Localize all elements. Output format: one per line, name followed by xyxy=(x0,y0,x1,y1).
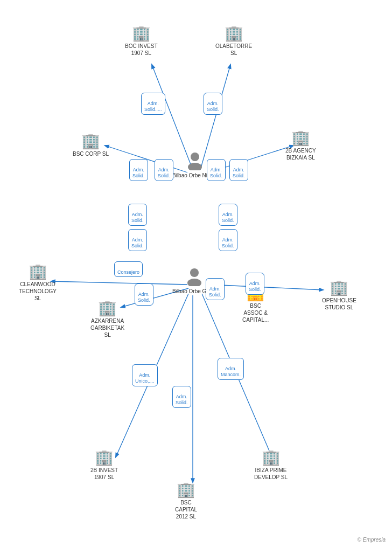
diagram-container: 🏢 BOC INVEST 1907 SL 🏢 OLABETORRE SL 🏢 B… xyxy=(0,0,392,547)
role-badge-r13[interactable]: Adm. Solid. xyxy=(206,278,225,300)
label-2b-invest: 2B INVEST 1907 SL xyxy=(90,467,118,481)
svg-point-13 xyxy=(187,279,201,286)
label-bsc-capital: BSC CAPITAL 2012 SL xyxy=(175,499,197,520)
svg-point-11 xyxy=(188,163,202,170)
svg-line-4 xyxy=(51,281,187,285)
role-badge-r6[interactable]: Adm. Solid. xyxy=(229,159,248,181)
building-icon-bsc-capital: 🏢 xyxy=(177,482,195,497)
copyright-text: © Empresia xyxy=(358,537,386,543)
role-badge-r5[interactable]: Adm. Solid. xyxy=(207,159,226,181)
node-cleanwood[interactable]: 🏢 CLEANWOOD TECHNOLOGY SL xyxy=(19,264,57,302)
svg-point-10 xyxy=(191,153,199,161)
building-icon-olabetorre: 🏢 xyxy=(225,26,243,41)
node-ibiza-prime[interactable]: 🏢 IBIZA PRIME DEVELOP SL xyxy=(254,450,288,481)
role-badge-r12[interactable]: Adm. Solid. xyxy=(135,283,153,306)
label-bsc-assoc: BSC ASSOC & CAPITAL... xyxy=(242,302,269,323)
role-badge-r14[interactable]: Adm. Solid. xyxy=(246,273,264,295)
label-boc-invest: BOC INVEST 1907 SL xyxy=(125,43,158,57)
role-badge-r4[interactable]: Adm. Solid. xyxy=(155,159,173,181)
role-badge-r9[interactable]: Adm. Solid. xyxy=(219,204,237,226)
node-olabetorre[interactable]: 🏢 OLABETORRE SL xyxy=(215,26,252,57)
label-ibiza-prime: IBIZA PRIME DEVELOP SL xyxy=(254,467,288,481)
role-badge-r10[interactable]: Adm. Solid. xyxy=(219,229,237,251)
node-2b-invest[interactable]: 🏢 2B INVEST 1907 SL xyxy=(90,450,118,481)
node-bsc-capital[interactable]: 🏢 BSC CAPITAL 2012 SL xyxy=(175,482,197,520)
node-openhouse[interactable]: 🏢 OPENHOUSE STUDIO SL xyxy=(322,280,356,311)
building-icon-cleanwood: 🏢 xyxy=(29,264,47,279)
node-azkarrena[interactable]: 🏢 AZKARRENA GARBIKETAK SL xyxy=(90,301,124,338)
role-badge-r2[interactable]: Adm. Solid. xyxy=(204,93,222,115)
role-badge-r17[interactable]: Adm. Mancom. xyxy=(218,358,244,380)
building-icon-2b-invest: 🏢 xyxy=(95,450,114,465)
person-icon-gixon xyxy=(185,267,204,286)
svg-point-12 xyxy=(190,268,199,277)
building-icon-azkarrena: 🏢 xyxy=(98,301,117,316)
label-bsc-corp: BSC CORP SL xyxy=(73,150,109,157)
node-bsc-corp[interactable]: 🏢 BSC CORP SL xyxy=(73,134,109,157)
building-icon-boc-invest: 🏢 xyxy=(132,26,151,41)
label-azkarrena: AZKARRENA GARBIKETAK SL xyxy=(90,317,124,338)
building-icon-bsc-corp: 🏢 xyxy=(81,134,100,149)
node-2b-agency[interactable]: 🏢 2B AGENCY BIZKAIA SL xyxy=(285,130,316,161)
role-badge-r8[interactable]: Adm. Solid. xyxy=(128,229,147,251)
role-badge-r1[interactable]: Adm. Solid..... xyxy=(141,93,165,115)
role-badge-r16[interactable]: Adm. Solid. xyxy=(172,386,191,408)
role-badge-r7[interactable]: Adm. Solid. xyxy=(128,204,147,226)
role-badge-r15[interactable]: Adm. Unico,.... xyxy=(132,364,158,386)
label-olabetorre: OLABETORRE SL xyxy=(215,43,252,57)
label-cleanwood: CLEANWOOD TECHNOLOGY SL xyxy=(19,281,57,302)
building-icon-openhouse: 🏢 xyxy=(330,280,348,295)
building-icon-ibiza-prime: 🏢 xyxy=(262,450,281,465)
person-icon-nikola xyxy=(185,151,205,170)
node-boc-invest[interactable]: 🏢 BOC INVEST 1907 SL xyxy=(125,26,158,57)
building-icon-2b-agency: 🏢 xyxy=(291,130,310,146)
role-badge-r3[interactable]: Adm. Solid. xyxy=(129,159,148,181)
label-2b-agency: 2B AGENCY BIZKAIA SL xyxy=(285,147,316,161)
role-badge-r11[interactable]: Consejero xyxy=(114,261,143,277)
label-openhouse: OPENHOUSE STUDIO SL xyxy=(322,297,356,311)
